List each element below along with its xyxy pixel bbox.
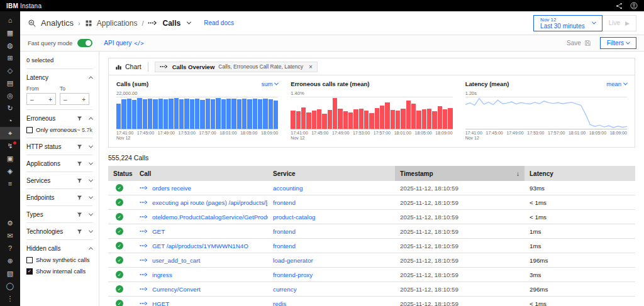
expand-chevron-icon[interactable] <box>89 178 93 182</box>
nav-settings-icon[interactable]: ⚙ <box>0 217 20 229</box>
service-link[interactable]: product-catalog <box>273 214 316 221</box>
table-row[interactable]: user_add_to_cart load-generator 2025-11-… <box>108 253 635 268</box>
service-link[interactable]: currency <box>273 286 297 293</box>
latency-line-plot[interactable] <box>465 97 627 129</box>
nav-logs-icon[interactable]: ≡ <box>0 177 20 190</box>
nav-analytics-icon[interactable]: ⌖ <box>0 127 20 139</box>
increment-icon[interactable] <box>82 96 86 103</box>
endpoints-section-header[interactable]: Endpoints <box>26 194 92 201</box>
live-button[interactable]: Live ▶ <box>602 15 636 31</box>
calls-overview-tab[interactable]: Calls Overview Calls, Erroneous Call Rat… <box>155 62 318 72</box>
breadcrumb-applications[interactable]: Applications <box>97 19 138 28</box>
nav-more-icon[interactable]: ⋮ <box>0 292 20 305</box>
call-link[interactable]: GET <box>152 228 165 235</box>
table-row[interactable]: orders receive accounting 2025-11-12, 18… <box>108 181 635 195</box>
applications-section-header[interactable]: Applications <box>26 160 92 167</box>
nav-websites-icon[interactable]: ◍ <box>0 39 20 52</box>
column-header-call[interactable]: Call <box>135 170 268 177</box>
nav-kubernetes-icon[interactable]: ◇ <box>0 64 20 77</box>
expand-chevron-icon[interactable] <box>89 144 93 148</box>
nav-dashboards-icon[interactable]: ▦ <box>0 26 20 39</box>
table-row[interactable]: oteldemo.ProductCatalogService/GetProduc… <box>108 210 635 224</box>
nav-help-icon[interactable]: ? <box>0 242 20 254</box>
table-row[interactable]: Currency/Convert currency 2025-11-12, 18… <box>108 282 635 297</box>
column-header-status[interactable]: Status <box>108 170 135 177</box>
erroneous-bar-plot[interactable] <box>291 97 452 129</box>
latency-to-input[interactable] <box>60 93 89 105</box>
nav-messages-icon[interactable]: ✉ <box>0 229 20 242</box>
hidden-calls-section-header[interactable]: Hidden calls <box>26 245 92 252</box>
read-docs-link[interactable]: Read docs <box>204 19 234 26</box>
nav-synthetic-monitoring-icon[interactable]: ◎ <box>0 89 20 102</box>
service-link[interactable]: frontend-proxy <box>273 271 313 278</box>
service-link[interactable]: frontend <box>273 199 296 206</box>
nav-events-icon[interactable]: ↯ <box>0 139 20 152</box>
erroneous-section-header[interactable]: Erroneous <box>26 115 92 122</box>
call-link[interactable]: HGET <box>152 300 169 306</box>
service-link[interactable]: redis <box>273 300 286 306</box>
call-link[interactable]: ingress <box>152 271 172 278</box>
table-row[interactable]: HGET redis 2025-11-12, 18:10:59 < 1ms <box>108 297 635 306</box>
show-synthetic-calls-checkbox[interactable]: Show synthetic calls <box>26 256 92 263</box>
table-row[interactable]: GET /api/products/1YMWWN1N4O frontend 20… <box>108 239 635 253</box>
service-link[interactable]: frontend <box>273 243 296 249</box>
filters-button[interactable]: Filters <box>600 37 636 49</box>
collapse-chevron-icon[interactable] <box>89 247 93 251</box>
table-row[interactable]: ingress frontend-proxy 2025-11-12, 18:10… <box>108 268 635 282</box>
column-header-service[interactable]: Service <box>268 170 395 177</box>
chart-view-selector[interactable]: Chart <box>115 63 142 70</box>
service-link[interactable]: accounting <box>273 185 303 192</box>
user-avatar-icon[interactable] <box>630 2 638 9</box>
call-link[interactable]: GET /api/products/1YMWWN1N4O <box>152 243 248 249</box>
sort-descending-icon[interactable]: ↓ <box>516 170 519 177</box>
table-row[interactable]: GET frontend 2025-11-12, 18:10:59 1ms <box>108 224 635 239</box>
breadcrumb-calls[interactable]: Calls <box>162 19 180 28</box>
collapse-chevron-icon[interactable] <box>89 76 93 80</box>
nav-home-icon[interactable]: ⌂ <box>0 14 20 26</box>
nav-add-icon[interactable]: ⊕ <box>0 254 20 267</box>
nav-incidents-icon[interactable]: ▣ <box>0 152 20 165</box>
nav-service-levels-icon[interactable]: ◔ <box>0 114 20 127</box>
fast-query-toggle[interactable] <box>77 39 92 47</box>
nav-resources-icon[interactable]: ▧ <box>0 267 20 280</box>
technologies-section-header[interactable]: Technologies <box>26 228 92 235</box>
service-link[interactable]: load-generator <box>273 257 313 264</box>
call-link[interactable]: orders receive <box>152 185 191 192</box>
api-query-link[interactable]: API query </> <box>104 40 143 46</box>
services-section-header[interactable]: Services <box>26 177 92 184</box>
expand-chevron-icon[interactable] <box>89 212 93 216</box>
types-section-header[interactable]: Types <box>26 211 92 218</box>
call-link[interactable]: executing api route (pages) /api/product… <box>152 199 268 206</box>
decrement-icon[interactable] <box>30 96 34 103</box>
column-header-timestamp[interactable]: Timestamp ↓ <box>395 166 525 181</box>
aggregation-dropdown[interactable]: sum <box>261 80 278 87</box>
share-icon[interactable] <box>616 3 623 9</box>
save-button[interactable]: Save <box>567 40 591 46</box>
latency-section-header[interactable]: Latency <box>26 74 92 81</box>
call-link[interactable]: oteldemo.ProductCatalogService/GetProduc… <box>152 214 268 221</box>
calls-bar-plot[interactable] <box>116 97 278 129</box>
brand-logo[interactable]: IBMInstana <box>6 3 42 9</box>
close-icon[interactable]: × <box>309 63 313 70</box>
calls-dropdown-chevron-icon[interactable] <box>187 20 191 25</box>
expand-chevron-icon[interactable] <box>89 229 93 233</box>
call-link[interactable]: user_add_to_cart <box>152 257 200 264</box>
call-link[interactable]: Currency/Convert <box>152 286 201 293</box>
increment-icon[interactable] <box>48 96 52 103</box>
nav-profile-icon[interactable]: ◯ <box>0 280 20 292</box>
time-range-picker[interactable]: Nov 12 Last 30 minutes <box>533 15 602 31</box>
decrement-icon[interactable] <box>64 96 67 103</box>
service-link[interactable]: frontend <box>273 228 296 235</box>
column-header-latency[interactable]: Latency <box>525 170 635 177</box>
nav-infrastructure-icon[interactable]: ▤ <box>0 77 20 89</box>
nav-integrations-icon[interactable]: ◈ <box>0 165 20 177</box>
table-row[interactable]: executing api route (pages) /api/product… <box>108 195 635 210</box>
http-status-section-header[interactable]: HTTP status <box>26 143 92 150</box>
collapse-chevron-icon[interactable] <box>89 117 93 121</box>
expand-chevron-icon[interactable] <box>89 161 93 165</box>
only-erroneous-checkbox[interactable]: Only erroneous <box>26 126 77 133</box>
nav-applications-icon[interactable]: ⊞ <box>0 52 20 64</box>
latency-from-input[interactable] <box>26 93 56 105</box>
nav-automation-icon[interactable]: ↻ <box>0 102 20 114</box>
show-internal-calls-checkbox[interactable]: Show internal calls <box>26 268 92 275</box>
